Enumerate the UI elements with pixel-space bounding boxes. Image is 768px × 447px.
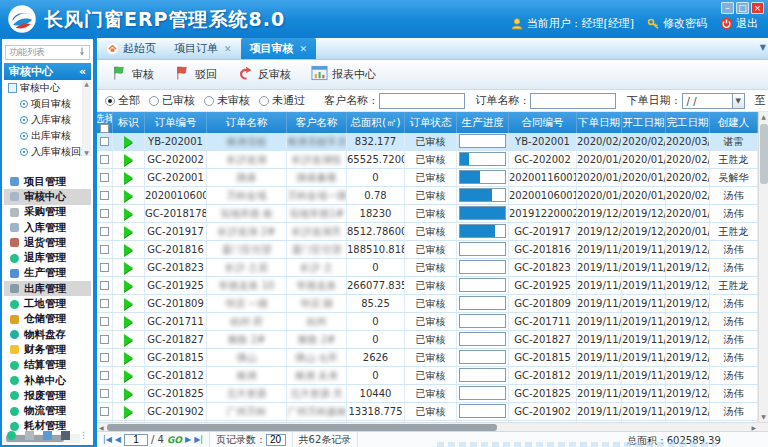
row-checkbox[interactable] [100, 227, 109, 236]
sidebar-item-production-mgmt[interactable]: 生产管理 [4, 266, 91, 281]
column-header[interactable]: 开工日期 [622, 112, 666, 133]
column-header[interactable]: 下单日期 [577, 112, 622, 133]
row-checkbox[interactable] [100, 137, 109, 146]
tab-project-orders[interactable]: 项目订单 ✕ [165, 38, 241, 59]
first-page-button[interactable]: |◀ [103, 435, 112, 444]
table-row[interactable]: GC-2018178实地常德 栋实地常德1#18230已审核2019122000… [97, 205, 768, 223]
row-checkbox[interactable] [100, 317, 109, 326]
status-radio[interactable]: 未审核 [204, 93, 250, 108]
column-header[interactable]: 合同编号 [509, 112, 577, 133]
row-checkbox[interactable] [100, 245, 109, 254]
column-header[interactable]: 总面积(㎡) [347, 112, 405, 133]
customer-name-input[interactable] [379, 93, 465, 109]
table-row[interactable]: GC-202001路港路港幕墙0已审核202001160012020/01/16… [97, 169, 768, 187]
tree-item[interactable]: 项目审核 [4, 96, 91, 112]
scroll-up-icon[interactable]: ▲ [759, 112, 768, 122]
user-icon[interactable] [61, 431, 70, 440]
more-icon[interactable]: ⋮ [79, 431, 88, 440]
cart-icon[interactable] [25, 431, 34, 440]
minimize-button[interactable]: – [721, 2, 734, 14]
table-row[interactable]: GC-201902广州万科广州万科森林13318.775已审核GC-201902… [97, 403, 768, 421]
sidebar-item-scrap-mgmt[interactable]: 报废管理 [4, 388, 91, 403]
green-dot-icon[interactable] [7, 431, 16, 440]
table-row[interactable]: GC-201711杭州 府杭州0已审核GC-2017112019/11/2020… [97, 313, 768, 331]
table-row[interactable]: GC-201917长沙龙湖 2#长沙龙湖天8512.78600..已审核GC-2… [97, 223, 768, 241]
close-button[interactable]: × [751, 2, 764, 14]
table-row[interactable]: GC-201827雅致 2#雅致 2#0已审核GC-2018272019/11/… [97, 331, 768, 349]
function-list-box[interactable]: 功能列表 [5, 45, 90, 60]
vertical-scrollbar[interactable]: ▲ ▼ [758, 112, 768, 422]
logout-button[interactable]: 退出 [720, 16, 758, 31]
row-checkbox[interactable] [100, 281, 109, 290]
change-password-button[interactable]: 修改密码 [647, 16, 707, 31]
prev-page-button[interactable]: ◀ [115, 435, 121, 444]
maximize-button[interactable]: □ [736, 2, 749, 14]
row-checkbox[interactable] [100, 209, 109, 218]
tree-item[interactable]: 入库审核 [4, 112, 91, 128]
tab-project-audit[interactable]: 项目审核 ✕ [241, 38, 317, 59]
order-name-input[interactable] [530, 93, 616, 109]
sidebar-section-header[interactable]: 审核中心 « [4, 63, 91, 80]
sidebar-item-outbound-mgmt[interactable]: 出库管理 [4, 281, 91, 296]
row-checkbox[interactable] [100, 173, 109, 182]
row-checkbox[interactable] [100, 353, 109, 362]
status-radio[interactable]: 全部 [105, 93, 140, 108]
table-row[interactable]: YB-202001株洲党校株洲党校学员832.177已审核YB-20200120… [97, 133, 768, 151]
table-row[interactable]: GC-201825北大资源北大资源 天10440已审核GC-2018252019… [97, 385, 768, 403]
sidebar-item-purchase-mgmt[interactable]: 采购管理 [4, 205, 91, 220]
sidebar-item-material-check[interactable]: 物料盘存 [4, 327, 91, 342]
table-row[interactable]: GC-202002长沙龙湖长沙龙湖悦65525.7200..已审核GC-2020… [97, 151, 768, 169]
go-button[interactable]: GO [167, 435, 182, 445]
tab-home[interactable]: 起始页 [97, 38, 165, 59]
close-tab-icon[interactable]: ✕ [224, 44, 232, 54]
column-header[interactable]: 订单状态 [405, 112, 457, 133]
sidebar-item-returns-mgmt[interactable]: 退货管理 [4, 235, 91, 250]
pin-icon[interactable] [78, 46, 86, 57]
last-page-button[interactable]: ▶| [194, 435, 203, 444]
sidebar-item-stock-return[interactable]: 退库管理 [4, 250, 91, 265]
row-checkbox[interactable] [100, 191, 109, 200]
column-header[interactable]: 完工日期 [666, 112, 710, 133]
unaudit-button[interactable]: 反审核 [231, 61, 301, 88]
scrollbar-thumb[interactable] [760, 124, 768, 184]
scroll-down-icon[interactable]: ▼ [759, 412, 768, 422]
order-date-input[interactable]: / / [682, 93, 732, 109]
tree-root[interactable]: 审核中心 [4, 80, 91, 96]
select-all-checkbox[interactable] [100, 124, 109, 133]
table-row[interactable]: GC-201925常德龙泉 10常德龙泉266077.835..已审核GC-20… [97, 277, 768, 295]
row-checkbox[interactable] [100, 263, 109, 272]
sidebar-item-logistics-mgmt[interactable]: 物流管理 [4, 403, 91, 418]
audit-button[interactable]: 审核 [105, 61, 164, 88]
table-row[interactable]: GC-201812株洲株洲 未来0已审核GC-2018122019/11/202… [97, 367, 768, 385]
column-header[interactable]: 选择 [97, 112, 113, 133]
column-header[interactable]: 生产进度 [457, 112, 509, 133]
sidebar-item-warehouse-mgmt[interactable]: 仓储管理 [4, 312, 91, 327]
tree-item[interactable]: 入库审核回退 [4, 144, 91, 160]
sidebar-item-inbound-mgmt[interactable]: 入库管理 [4, 220, 91, 235]
table-row[interactable]: GC-201823长沙 之居长沙 之0已审核GC-2018232019/11/2… [97, 259, 768, 277]
tab-overflow-icon[interactable]: ▼ [760, 43, 766, 52]
row-checkbox[interactable] [100, 299, 109, 308]
sidebar-item-project-mgmt[interactable]: 项目管理 [4, 174, 91, 189]
status-radio[interactable]: 未通过 [259, 93, 305, 108]
column-header[interactable]: 创建人 [710, 112, 758, 133]
scrollbar-thumb[interactable] [107, 424, 497, 431]
chevron-down-icon[interactable]: ▼ [732, 93, 745, 109]
close-tab-icon[interactable]: ✕ [300, 44, 308, 54]
row-checkbox[interactable] [100, 407, 109, 416]
tree-item[interactable]: 出库审核 [4, 128, 91, 144]
next-page-button[interactable]: ▶ [185, 435, 191, 444]
row-checkbox[interactable] [100, 371, 109, 380]
column-header[interactable]: 订单名称 [207, 112, 287, 133]
page-number-input[interactable] [124, 434, 148, 446]
edit-icon[interactable] [43, 431, 52, 440]
sidebar-item-reorder-center[interactable]: 补单中心 [4, 373, 91, 388]
status-radio[interactable]: 已审核 [149, 93, 195, 108]
column-header[interactable]: 客户名称 [287, 112, 347, 133]
tree-vertical-scrollbar[interactable]: ▲▼ [82, 80, 91, 156]
table-row[interactable]: 20200106001万科金域万科金域一期0.78已审核202001060012… [97, 187, 768, 205]
reject-button[interactable]: 驳回 [168, 61, 227, 88]
horizontal-scrollbar[interactable]: ◀▶ [97, 422, 768, 431]
table-row[interactable]: GC-201816厦门官任望厦门官任望188510.818已审核GC-20181… [97, 241, 768, 259]
row-checkbox[interactable] [100, 335, 109, 344]
